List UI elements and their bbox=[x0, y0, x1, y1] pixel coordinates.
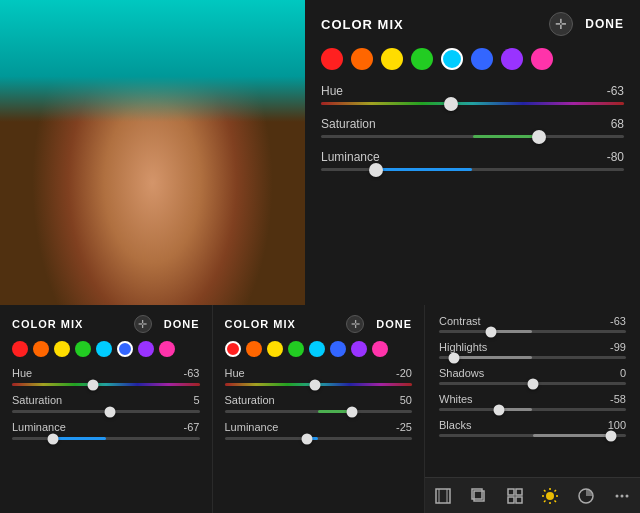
svg-rect-0 bbox=[436, 489, 450, 503]
yellow-circle[interactable] bbox=[381, 48, 403, 70]
svg-point-21 bbox=[626, 494, 629, 497]
contrast-track[interactable] bbox=[439, 330, 626, 333]
bm-hue-track[interactable] bbox=[225, 383, 413, 386]
cyan-circle[interactable] bbox=[309, 341, 325, 357]
yellow-circle[interactable] bbox=[267, 341, 283, 357]
bl-sat-track[interactable] bbox=[12, 410, 200, 413]
sat-track[interactable] bbox=[321, 135, 624, 138]
shadows-thumb[interactable] bbox=[527, 378, 538, 389]
bl-hue-thumb[interactable] bbox=[87, 379, 98, 390]
bm-header-right: ✛ DONE bbox=[346, 315, 412, 333]
whites-value: -58 bbox=[610, 393, 626, 405]
bm-sat-thumb[interactable] bbox=[347, 406, 358, 417]
purple-circle[interactable] bbox=[138, 341, 154, 357]
sat-label: Saturation bbox=[321, 117, 376, 131]
bm-hue-thumb[interactable] bbox=[309, 379, 320, 390]
target-icon[interactable]: ✛ bbox=[549, 12, 573, 36]
bottom-mid-panel: COLOR MIX ✛ DONE Hue -20 Saturation 50 bbox=[213, 305, 426, 513]
bl-lum-value: -67 bbox=[184, 421, 200, 433]
copy-icon[interactable] bbox=[465, 482, 493, 510]
bl-target-icon[interactable]: ✛ bbox=[134, 315, 152, 333]
girl-photo-bg bbox=[0, 0, 305, 305]
bl-lum-fill bbox=[53, 437, 106, 440]
blacks-thumb[interactable] bbox=[606, 430, 617, 441]
whites-row: Whites -58 bbox=[439, 393, 626, 411]
bm-done-button[interactable]: DONE bbox=[376, 318, 412, 330]
bl-done-button[interactable]: DONE bbox=[164, 318, 200, 330]
blue-circle[interactable] bbox=[117, 341, 133, 357]
magenta-circle[interactable] bbox=[159, 341, 175, 357]
bm-sat-track[interactable] bbox=[225, 410, 413, 413]
cyan-circle[interactable] bbox=[96, 341, 112, 357]
done-button[interactable]: DONE bbox=[585, 17, 624, 31]
yellow-circle[interactable] bbox=[54, 341, 70, 357]
bm-panel-header: COLOR MIX ✛ DONE bbox=[225, 315, 413, 333]
bl-lum-thumb[interactable] bbox=[48, 433, 59, 444]
sat-value: 68 bbox=[611, 117, 624, 131]
bl-hue-track[interactable] bbox=[12, 383, 200, 386]
hue-thumb[interactable] bbox=[444, 97, 458, 111]
purple-circle[interactable] bbox=[501, 48, 523, 70]
bl-panel-header: COLOR MIX ✛ DONE bbox=[12, 315, 200, 333]
color-circle-icon[interactable] bbox=[572, 482, 600, 510]
green-circle[interactable] bbox=[288, 341, 304, 357]
hue-fill bbox=[321, 102, 624, 105]
hue-slider-row: Hue -63 bbox=[321, 84, 624, 105]
shadows-track[interactable] bbox=[439, 382, 626, 385]
blue-circle[interactable] bbox=[471, 48, 493, 70]
shadows-label: Shadows bbox=[439, 367, 484, 379]
green-circle[interactable] bbox=[411, 48, 433, 70]
lum-track[interactable] bbox=[321, 168, 624, 171]
bm-lum-value: -25 bbox=[396, 421, 412, 433]
red-circle[interactable] bbox=[12, 341, 28, 357]
whites-thumb[interactable] bbox=[493, 404, 504, 415]
blacks-track[interactable] bbox=[439, 434, 626, 437]
highlights-label: Highlights bbox=[439, 341, 487, 353]
green-circle[interactable] bbox=[75, 341, 91, 357]
lum-thumb[interactable] bbox=[369, 163, 383, 177]
bm-sat-label: Saturation bbox=[225, 394, 275, 406]
bm-color-circles bbox=[225, 341, 413, 357]
crop-icon[interactable] bbox=[429, 482, 457, 510]
magenta-circle[interactable] bbox=[372, 341, 388, 357]
bottom-left-panel: COLOR MIX ✛ DONE Hue -63 Saturation 5 bbox=[0, 305, 213, 513]
more-icon[interactable] bbox=[608, 482, 636, 510]
svg-rect-5 bbox=[508, 489, 514, 495]
panel-header: COLOR MIX ✛ DONE bbox=[321, 12, 624, 36]
bottom-section: COLOR MIX ✛ DONE Hue -63 Saturation 5 bbox=[0, 305, 640, 513]
red-circle[interactable] bbox=[321, 48, 343, 70]
highlights-thumb[interactable] bbox=[448, 352, 459, 363]
bl-lum-track[interactable] bbox=[12, 437, 200, 440]
cyan-circle[interactable] bbox=[441, 48, 463, 70]
bm-lum-track[interactable] bbox=[225, 437, 413, 440]
magenta-circle[interactable] bbox=[531, 48, 553, 70]
orange-circle[interactable] bbox=[33, 341, 49, 357]
bl-sat-thumb[interactable] bbox=[104, 406, 115, 417]
purple-circle[interactable] bbox=[351, 341, 367, 357]
red-circle[interactable] bbox=[225, 341, 241, 357]
highlights-fill bbox=[454, 356, 533, 359]
whites-track[interactable] bbox=[439, 408, 626, 411]
svg-line-14 bbox=[544, 490, 546, 492]
orange-circle[interactable] bbox=[246, 341, 262, 357]
bm-hue-value: -20 bbox=[396, 367, 412, 379]
svg-line-15 bbox=[555, 500, 557, 502]
bm-lum-row: Luminance -25 bbox=[225, 421, 413, 440]
sat-thumb[interactable] bbox=[532, 130, 546, 144]
orange-circle[interactable] bbox=[351, 48, 373, 70]
color-circles-top bbox=[321, 48, 624, 70]
bm-lum-thumb[interactable] bbox=[302, 433, 313, 444]
adjust-icon[interactable] bbox=[536, 482, 564, 510]
bm-target-icon[interactable]: ✛ bbox=[346, 315, 364, 333]
bl-hue-value: -63 bbox=[184, 367, 200, 379]
contrast-thumb[interactable] bbox=[486, 326, 497, 337]
contrast-value: -63 bbox=[610, 315, 626, 327]
highlights-track[interactable] bbox=[439, 356, 626, 359]
hue-track[interactable] bbox=[321, 102, 624, 105]
export-icon[interactable] bbox=[501, 482, 529, 510]
top-section: COLOR MIX ✛ DONE Hue -63 Saturation 68 bbox=[0, 0, 640, 305]
bottom-toolbar bbox=[425, 477, 640, 513]
sat-fill bbox=[473, 135, 540, 138]
blue-circle[interactable] bbox=[330, 341, 346, 357]
shadows-value: 0 bbox=[620, 367, 626, 379]
